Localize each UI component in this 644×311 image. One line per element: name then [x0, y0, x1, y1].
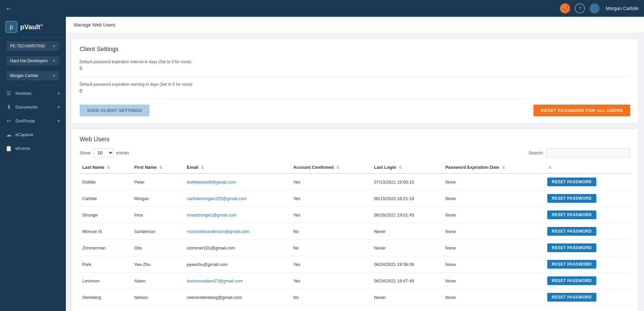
- sidebar-item-ecapture[interactable]: ☁ eCapture: [0, 128, 66, 142]
- cell-last-login: 06/15/2023 16:21:19: [371, 190, 442, 207]
- cell-action: RESET PASSWORD: [545, 190, 630, 207]
- cell-confirmed: No: [291, 289, 371, 306]
- cell-last-name: Stronge: [80, 207, 131, 223]
- search-input[interactable]: [546, 148, 630, 157]
- cell-first-name: Sanderson: [131, 223, 184, 240]
- cell-first-name: Yee-Zhu: [131, 256, 184, 273]
- cell-last-name: Park: [80, 256, 131, 273]
- docroute-arrow: ▼: [57, 119, 60, 123]
- reset-password-button[interactable]: RESET PASSWORD: [547, 276, 597, 285]
- cell-last-login: 07/13/2021 15:00:15: [371, 173, 442, 190]
- col-first-name[interactable]: First Name ⇅: [131, 161, 184, 173]
- rocket-icon[interactable]: 🚀: [560, 3, 570, 13]
- company-label: Hard Hat Developers: [10, 59, 48, 63]
- docroute-icon: ↩: [5, 118, 12, 124]
- breadcrumb: Manage Web Users: [66, 17, 644, 33]
- cell-first-name: Peter: [131, 173, 184, 190]
- col-last-name[interactable]: Last Name ⇅: [80, 161, 131, 173]
- entries-select[interactable]: 10 25 50 100: [93, 148, 114, 157]
- cell-first-name: Adam: [131, 273, 184, 289]
- cell-email[interactable]: dolittlepeter8@gmail.com: [184, 173, 291, 190]
- cell-confirmed: No: [291, 223, 371, 240]
- reset-password-button[interactable]: RESET PASSWORD: [547, 243, 597, 252]
- topnav: ← 🚀 ? 👤 Morgan Carlisle: [0, 0, 644, 17]
- org-label: PE-TECHWRITING: [10, 44, 45, 48]
- breadcrumb-text: Manage Web Users: [74, 22, 115, 28]
- sidebar-item-docroute[interactable]: ↩ DocRoute ▼: [0, 114, 66, 128]
- cell-email[interactable]: carlislemorgan225@gmail.com: [184, 190, 291, 207]
- invoices-icon: ☰: [5, 90, 12, 96]
- main-content: Manage Web Users Client Settings Default…: [66, 17, 644, 311]
- save-client-settings-button[interactable]: SAVE CLIENT SETTINGS: [80, 105, 149, 116]
- eforms-icon: 📋: [5, 145, 12, 152]
- table-row: Steinberg Nelson nelsonsteinberg@gmail.c…: [80, 289, 630, 306]
- cell-email[interactable]: irmastronge1@gmail.com: [184, 207, 291, 223]
- client-settings-section: Client Settings Default password expirat…: [71, 39, 639, 123]
- cell-action: RESET PASSWORD: [545, 173, 630, 190]
- cell-expiry: None: [443, 173, 545, 190]
- client-settings-title: Client Settings: [80, 46, 630, 53]
- company-dropdown[interactable]: Hard Hat Developers ▼: [7, 56, 59, 66]
- invoices-arrow: ▼: [57, 91, 60, 95]
- user-dropdown[interactable]: Morgan Carlisle ▼: [7, 71, 59, 80]
- reset-password-all-button[interactable]: RESET PASSWORD FOR ALL USERS: [533, 105, 630, 116]
- back-button[interactable]: ←: [5, 5, 12, 12]
- show-entries: Show 10 25 50 100 entries: [80, 148, 129, 157]
- divider-1: [80, 76, 630, 77]
- cell-last-name: Dolittle: [80, 173, 131, 190]
- sidebar-item-documents-label: Documents: [15, 105, 53, 110]
- cell-email[interactable]: levinsonadam27@gmail.com: [184, 273, 291, 289]
- cell-last-name: Steinberg: [80, 289, 131, 306]
- cell-first-name: Nelson: [131, 289, 184, 306]
- sidebar-item-documents[interactable]: ⬇ Documents ▼: [0, 100, 66, 114]
- web-users-section: Web Users Show 10 25 50 100 entries Sear…: [71, 129, 639, 311]
- table-row: Park Yee-Zhu pyeezhu@gmail.com Yes 06/24…: [80, 256, 630, 273]
- cell-expiry: None: [443, 190, 545, 207]
- reset-password-button[interactable]: RESET PASSWORD: [547, 178, 597, 186]
- documents-icon: ⬇: [5, 104, 12, 110]
- table-row: Stronge Irma irmastronge1@gmail.com Yes …: [80, 207, 630, 223]
- cell-email: nelsonsteinberg@gmail.com: [184, 289, 291, 306]
- expiry-warning-field: Default password expiration warning in d…: [80, 82, 630, 93]
- col-account-confirmed[interactable]: Account Confirmed ⇅: [291, 161, 371, 173]
- cell-expiry: None: [443, 240, 545, 256]
- cell-email[interactable]: monroeiiisanderson@gmail.com: [184, 223, 291, 240]
- expiry-warning-value: 0: [80, 88, 630, 93]
- cell-action: RESET PASSWORD: [545, 289, 630, 306]
- cell-expiry: None: [443, 256, 545, 273]
- search-box: Search:: [528, 148, 630, 157]
- cell-last-login: Never: [371, 289, 442, 306]
- logo-icon: p: [5, 21, 17, 33]
- user-label: Morgan Carlisle: [10, 73, 38, 78]
- company-dropdown-arrow: ▼: [52, 59, 56, 63]
- reset-password-button[interactable]: RESET PASSWORD: [547, 227, 597, 236]
- reset-password-button[interactable]: RESET PASSWORD: [547, 210, 597, 219]
- table-row: Zimmerman Otis ozimmer101@gmail.com No N…: [80, 240, 630, 256]
- cell-last-login: 06/24/2021 19:36:09: [371, 256, 442, 273]
- reset-password-button[interactable]: RESET PASSWORD: [547, 194, 597, 203]
- org-dropdown[interactable]: PE-TECHWRITING ▼: [7, 41, 59, 51]
- sidebar-item-eforms[interactable]: 📋 eForms: [0, 142, 66, 155]
- expiry-interval-label: Default password expiration interval in …: [80, 60, 630, 64]
- sidebar-item-eforms-label: eForms: [15, 146, 60, 151]
- table-header-row: Last Name ⇅ First Name ⇅ Email ⇅ Account…: [80, 161, 630, 173]
- help-icon[interactable]: ?: [575, 3, 585, 13]
- cell-confirmed: Yes: [291, 256, 371, 273]
- sidebar-logo: p pVault®: [0, 17, 66, 37]
- sidebar-item-ecapture-label: eCapture: [15, 132, 60, 137]
- col-email[interactable]: Email ⇅: [184, 161, 291, 173]
- cell-last-login: Never: [371, 240, 442, 256]
- cell-confirmed: Yes: [291, 173, 371, 190]
- col-last-login[interactable]: Last Login ⇅: [371, 161, 442, 173]
- web-users-title: Web Users: [80, 136, 630, 143]
- reset-password-button[interactable]: RESET PASSWORD: [547, 260, 597, 269]
- table-row: Monroe III Sanderson monroeiiisanderson@…: [80, 223, 630, 240]
- sidebar-item-invoices[interactable]: ☰ Invoices ▼: [0, 86, 66, 100]
- expiry-interval-value: 0: [80, 66, 630, 71]
- logo-text: pVault®: [20, 23, 43, 31]
- cell-last-login: Never: [371, 223, 442, 240]
- user-dropdown-arrow: ▼: [52, 74, 56, 78]
- col-password-expiry[interactable]: Password Expiration Date ⇅: [443, 161, 545, 173]
- search-label: Search:: [528, 150, 544, 155]
- reset-password-button[interactable]: RESET PASSWORD: [547, 293, 597, 302]
